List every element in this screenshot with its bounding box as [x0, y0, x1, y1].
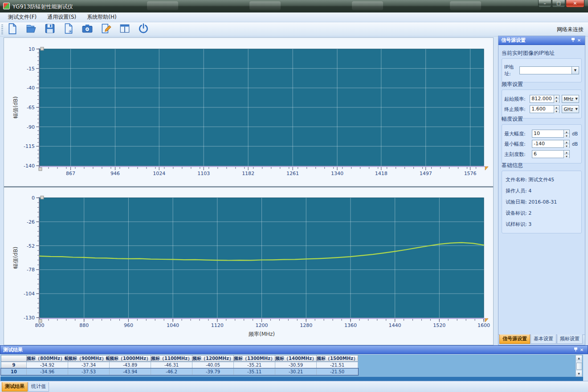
results-panel-title: 测试结果	[3, 347, 572, 353]
major-ticks-input[interactable]: 6	[532, 150, 564, 158]
min-amplitude-spinner[interactable]: ▲▼	[564, 140, 570, 148]
toolbar-grip[interactable]	[1, 24, 3, 34]
svg-text:-52: -52	[27, 243, 35, 249]
start-frequency-input[interactable]: 812.000	[530, 95, 554, 103]
start-frequency-unit-select[interactable]: MHz ▼	[562, 95, 579, 103]
cell[interactable]: -21.50	[317, 368, 358, 375]
open-file-button[interactable]	[23, 23, 39, 36]
edit-report-button[interactable]	[98, 23, 114, 36]
titlebar-gloss	[147, 1, 178, 10]
svg-text:幅值(dB): 幅值(dB)	[12, 247, 19, 269]
cell[interactable]: -37.53	[68, 368, 110, 375]
start-frequency-spinner[interactable]: ▲▼	[554, 95, 559, 103]
table-row-selected[interactable]: 10 -34.96 -37.53 -43.94 -46.2 -39.79 -35…	[1, 368, 358, 375]
ip-dropdown-arrow-icon[interactable]: ▼	[572, 66, 579, 74]
amplitude-group-caption: 幅度设置	[502, 115, 582, 123]
ip-address-value[interactable]	[519, 66, 572, 74]
svg-text:1103: 1103	[197, 171, 210, 176]
new-file-button[interactable]	[4, 23, 20, 36]
save-button[interactable]	[42, 23, 58, 36]
tab-marker-settings[interactable]: 频标设置	[557, 335, 583, 344]
unit-dropdown-arrow-icon: ▼	[576, 97, 579, 101]
sample-id-row: 试样标识: 3	[506, 221, 578, 228]
col-header-1100[interactable]: 频标（1100MHz）幅度值	[151, 355, 192, 362]
panel-close-icon[interactable]: ✕	[579, 347, 585, 352]
svg-text:1497: 1497	[420, 171, 432, 176]
stop-frequency-label: 终止频率:	[504, 106, 530, 113]
window-layout-icon	[119, 23, 131, 36]
svg-text:1182: 1182	[242, 171, 254, 176]
minimize-button[interactable]: –	[538, 0, 551, 8]
panel-close-icon[interactable]: ✕	[576, 38, 582, 43]
menu-test-file[interactable]: 测试文件(F)	[3, 12, 42, 22]
major-ticks-spinner[interactable]: ▲▼	[564, 150, 570, 158]
min-amplitude-input[interactable]: -140	[532, 140, 564, 148]
col-header-1300[interactable]: 频标（1300MHz）幅度值	[234, 355, 275, 362]
max-amplitude-input[interactable]: 10	[532, 130, 564, 138]
col-header-900[interactable]: 频标（900MHz）幅度值	[68, 355, 110, 362]
row-number[interactable]: 9	[1, 362, 27, 368]
col-header-1500[interactable]: 频标（1500MHz）幅度值	[317, 355, 358, 362]
table-vertical-scrollbar[interactable]: ▲ ▼	[576, 355, 582, 377]
cell[interactable]: -35.21	[234, 362, 275, 368]
cell[interactable]: -43.94	[110, 368, 151, 375]
pin-icon[interactable]	[572, 347, 579, 353]
cell[interactable]: -43.89	[110, 362, 151, 368]
col-header-1200[interactable]: 频标（1200MHz）幅度值	[192, 355, 234, 362]
cell[interactable]: -34.92	[27, 362, 68, 368]
operator-row: 操作人员: 4	[506, 188, 578, 194]
cell[interactable]: -21.51	[317, 362, 358, 368]
tab-test-results[interactable]: 测试结果	[2, 382, 28, 392]
tab-statistics[interactable]: 统计值	[28, 382, 49, 392]
table-row[interactable]: 9 -34.92 -37.34 -43.89 -46.31 -40.05 -35…	[1, 362, 358, 368]
titlebar-gloss	[249, 1, 281, 10]
tab-basic-settings[interactable]: 基本设置	[531, 335, 556, 344]
svg-text:幅值(dB): 幅值(dB)	[12, 96, 19, 118]
cell[interactable]: -30.59	[275, 362, 317, 368]
cell[interactable]: -46.2	[151, 368, 192, 375]
cell[interactable]: -40.05	[192, 362, 234, 368]
col-header-1000[interactable]: 频标（1000MHz）幅度值	[110, 355, 151, 362]
signal-source-panel: 信号源设置 ✕ 当前实时图像的IP地址 IP地址: ▼ 频率设置 起始频率: 8…	[498, 36, 585, 345]
maximize-button[interactable]: □	[552, 0, 565, 8]
svg-text:800: 800	[35, 323, 45, 328]
scrollbar-thumb[interactable]	[576, 363, 582, 370]
stop-frequency-unit-select[interactable]: GHz ▼	[562, 105, 579, 113]
scroll-up-icon[interactable]: ▲	[576, 355, 582, 361]
svg-text:946: 946	[110, 171, 120, 176]
stop-frequency-spinner[interactable]: ▲▼	[554, 105, 559, 113]
ip-address-combobox[interactable]: ▼	[519, 66, 579, 74]
max-amplitude-spinner[interactable]: ▲▼	[564, 130, 570, 138]
export-file-icon: ✳	[63, 23, 74, 36]
tab-signal-source-settings[interactable]: 信号源设置	[499, 335, 530, 344]
cell[interactable]: -39.79	[192, 368, 234, 375]
close-button[interactable]: ✕	[566, 0, 584, 8]
stop-frequency-input[interactable]: 1.600	[530, 105, 554, 113]
cell[interactable]: -34.96	[27, 368, 68, 375]
svg-text:0: 0	[32, 195, 35, 201]
col-header-800[interactable]: 频标（800MHz）幅度值	[27, 355, 68, 362]
cell[interactable]: -30.21	[275, 368, 317, 375]
power-button[interactable]	[135, 23, 151, 36]
cell[interactable]: -37.34	[68, 362, 110, 368]
cell[interactable]: -35.11	[234, 368, 275, 375]
results-panel: 测试结果 ✕ 频标（800MHz）幅度值 频标（900MHz）幅度值 频标（10…	[0, 345, 588, 381]
toolbar: ✳ 网络未连接	[0, 22, 588, 37]
scroll-down-icon[interactable]: ▼	[576, 371, 582, 376]
row-number[interactable]: 10	[1, 368, 27, 375]
svg-text:-26: -26	[27, 219, 35, 225]
spectrum-chart-bottom[interactable]: 8008809601040112012001280136014401520160…	[4, 188, 494, 346]
spectrum-chart-top[interactable]: 8679461024110311821261134014181497157610…	[4, 38, 494, 186]
menu-general-settings[interactable]: 通用设置(S)	[42, 12, 82, 22]
cell[interactable]: -46.31	[151, 362, 192, 368]
svg-text:1040: 1040	[167, 323, 179, 328]
col-header-1400[interactable]: 频标（1400MHz）幅度值	[275, 355, 317, 362]
pin-icon[interactable]	[570, 37, 576, 43]
menu-system-help[interactable]: 系统帮助(H)	[82, 12, 122, 22]
ip-group: 当前实时图像的IP地址 IP地址: ▼	[502, 49, 582, 82]
start-frequency-label: 起始频率:	[504, 96, 530, 102]
export-file-button[interactable]: ✳	[61, 23, 77, 36]
window-layout-button[interactable]	[117, 23, 133, 36]
edit-pencil-icon	[100, 23, 112, 36]
screenshot-button[interactable]	[79, 23, 95, 36]
